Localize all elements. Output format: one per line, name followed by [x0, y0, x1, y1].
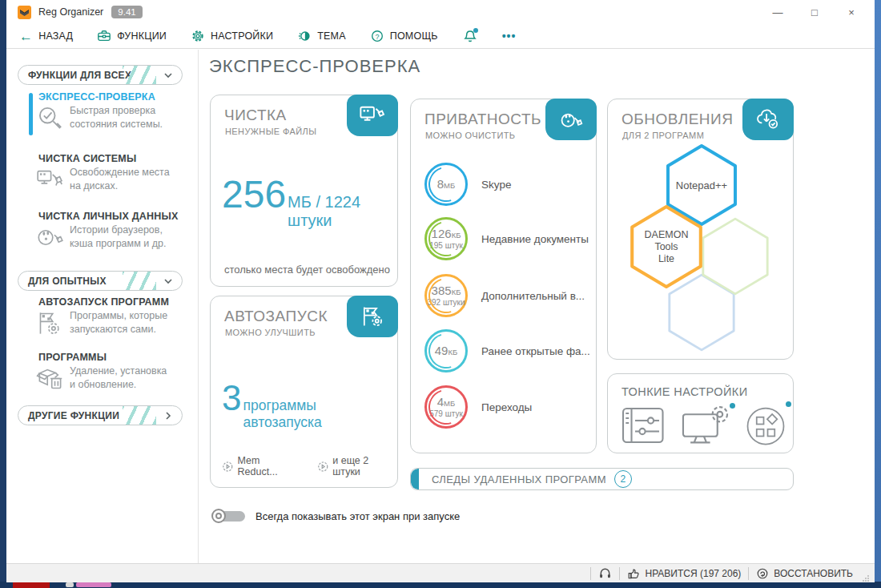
traces-label: СЛЕДЫ УДАЛЕННЫХ ПРОГРАММ	[432, 473, 606, 485]
card-title: ЧИСТКА	[224, 107, 287, 124]
desktop-bottom-edge	[0, 582, 881, 588]
body: ФУНКЦИИ ДЛЯ ВСЕХ ЭКСПРЕСС-ПРОВЕРКА Быстр…	[6, 50, 875, 563]
tweaks-apps-icon[interactable]	[746, 406, 786, 446]
settings-button[interactable]: НАСТРОЙКИ	[191, 29, 273, 43]
tweaks-panel-icon[interactable]	[622, 406, 668, 445]
card-subtitle: МОЖНО ОЧИСТИТЬ	[425, 131, 516, 140]
card-subtitle: ДЛЯ 2 ПРОГРАММ	[622, 131, 704, 140]
sound-button[interactable]	[598, 566, 612, 580]
magnifier-check-icon	[36, 104, 64, 132]
startup-toggle-label: Всегда показывать этот экран при запуске	[255, 510, 460, 522]
thumbs-up-icon	[627, 567, 640, 580]
card-title: ПРИВАТНОСТЬ	[424, 111, 541, 128]
gear-icon	[191, 29, 205, 43]
headphones-icon	[598, 566, 612, 580]
sidebar-group-other-functions[interactable]: ДРУГИЕ ФУНКЦИИ	[18, 405, 183, 425]
autorun-footer: Mem Reduct... и еще 2 штуки	[222, 455, 397, 477]
sidebar-item-subtitle: Освобождение места на дисках.	[70, 166, 170, 193]
window-controls: — □ ×	[759, 0, 870, 24]
statusbar-divider	[748, 567, 749, 580]
statusbar-divider	[590, 567, 591, 580]
tweaks-card[interactable]: ТОНКИЕ НАСТРОЙКИ	[607, 373, 794, 453]
title-bar: Reg Organizer 9.41 — □ ×	[6, 0, 875, 24]
autorun-app-icon	[222, 461, 234, 473]
sidebar: ФУНКЦИИ ДЛЯ ВСЕХ ЭКСПРЕСС-ПРОВЕРКА Быстр…	[6, 50, 198, 563]
toolbar: ← НАЗАД ФУНКЦИИ НАСТРОЙКИ	[6, 24, 875, 49]
functions-button[interactable]: ФУНКЦИИ	[97, 29, 167, 43]
tweaks-dot	[786, 401, 791, 407]
tweaks-dot	[730, 403, 735, 409]
autorun-more[interactable]: и еще 2 штуки	[317, 455, 397, 477]
cleaning-card[interactable]: ЧИСТКА НЕНУЖНЫЕ ФАЙЛЫ 256	[210, 95, 398, 287]
minimize-button[interactable]: —	[759, 0, 796, 24]
back-arrow-icon: ←	[19, 30, 33, 43]
restore-button[interactable]: ВОССТАНОВИТЬ	[756, 567, 853, 580]
like-button[interactable]: НРАВИТСЯ (197 206)	[627, 567, 741, 580]
cleaning-value: 256 МБ / 1224 штуки	[222, 175, 397, 230]
notifications-button[interactable]	[462, 28, 478, 44]
autorun-corner-tab	[347, 296, 398, 337]
window-title: Reg Organizer	[38, 6, 103, 18]
autorun-card[interactable]: АВТОЗАПУСК МОЖНО УЛУЧШИТЬ 3	[210, 296, 398, 488]
flag-gear-icon	[359, 305, 386, 328]
card-subtitle: МОЖНО УЛУЧШИТЬ	[225, 328, 316, 337]
theme-bulb-icon	[297, 29, 312, 43]
sidebar-item-subtitle: Программы, которые запускаются сами.	[70, 309, 167, 336]
app-window: Reg Organizer 9.41 — □ × ← НАЗАД	[6, 0, 875, 582]
privacy-row-skype[interactable]: 8МБ Skype	[424, 163, 512, 206]
sidebar-item-subtitle: Удаление, установка и обновление.	[70, 364, 167, 392]
privacy-row-opened-files[interactable]: 49КБ Ранее открытые фа...	[424, 329, 590, 373]
sidebar-group-functions-for-all[interactable]: ФУНКЦИИ ДЛЯ ВСЕХ	[18, 65, 183, 85]
card-title: ОБНОВЛЕНИЯ	[622, 111, 733, 128]
cleaning-corner-tab	[347, 95, 398, 136]
close-button[interactable]: ×	[833, 0, 870, 24]
desktop-item	[66, 582, 74, 587]
updates-corner-tab	[742, 99, 794, 140]
update-app-name: DAEMON Tools Lite	[629, 204, 704, 289]
privacy-circle: 8МБ	[424, 163, 468, 206]
tweaks-system-icon[interactable]	[682, 405, 731, 446]
restore-icon	[756, 567, 769, 580]
back-button[interactable]: ← НАЗАД	[19, 30, 73, 43]
privacy-row-jumplists[interactable]: 4МБ 579 штук Переходы	[424, 385, 532, 429]
monitor-broom-icon	[36, 166, 64, 194]
sidebar-item-subtitle: Истории браузеров, кэша программ и др.	[70, 224, 166, 251]
privacy-circle: 126КБ 195 штук	[424, 217, 468, 260]
traces-bar[interactable]: СЛЕДЫ УДАЛЕННЫХ ПРОГРАММ 2	[410, 468, 794, 490]
version-badge: 9.41	[111, 6, 142, 18]
active-indicator	[29, 93, 33, 135]
theme-button[interactable]: ТЕМА	[297, 29, 346, 43]
flag-gear-icon	[36, 309, 64, 337]
update-hex-daemon[interactable]: DAEMON Tools Lite	[629, 204, 704, 289]
privacy-circle: 4МБ 579 штук	[424, 385, 468, 429]
footprint-broom-icon	[36, 224, 64, 252]
traces-count-badge: 2	[614, 470, 632, 488]
help-button[interactable]: ? ПОМОЩЬ	[370, 29, 438, 43]
privacy-circle: 385КБ 392 штуки	[424, 274, 468, 317]
autorun-app[interactable]: Mem Reduct...	[222, 455, 301, 477]
maximize-button[interactable]: □	[796, 0, 833, 24]
desktop-item	[76, 582, 111, 587]
sidebar-item-title: АВТОЗАПУСК ПРОГРАММ	[38, 296, 169, 308]
startup-toggle-row: Всегда показывать этот экран при запуске	[211, 509, 460, 523]
card-subtitle: НЕНУЖНЫЕ ФАЙЛЫ	[225, 127, 316, 136]
privacy-row-additional[interactable]: 385КБ 392 штуки Дополнительный в...	[424, 274, 585, 317]
startup-toggle[interactable]	[211, 509, 247, 523]
svg-text:?: ?	[375, 33, 379, 41]
chevron-right-icon	[163, 410, 174, 421]
privacy-row-recent-docs[interactable]: 126КБ 195 штук Недавние документы	[424, 217, 589, 260]
privacy-card[interactable]: ПРИВАТНОСТЬ МОЖНО ОЧИСТИТЬ	[410, 99, 597, 453]
status-bar: НРАВИТСЯ (197 206) ВОССТАНОВИТЬ	[6, 563, 875, 582]
resize-grip[interactable]	[861, 574, 870, 582]
sidebar-group-for-experienced[interactable]: ДЛЯ ОПЫТНЫХ	[18, 271, 183, 291]
statusbar-divider	[619, 567, 620, 580]
privacy-broom-icon	[557, 108, 585, 131]
sidebar-item-title: ЧИСТКА СИСТЕМЫ	[38, 153, 136, 164]
more-button[interactable]: •••	[502, 30, 517, 42]
desktop-right-edge	[874, 0, 881, 588]
traces-accent	[411, 469, 419, 489]
autorun-more-icon	[317, 461, 329, 473]
updates-card[interactable]: ОБНОВЛЕНИЯ ДЛЯ 2 ПРОГРАММ	[607, 99, 794, 360]
notification-dot	[473, 28, 478, 33]
briefcase-icon	[97, 29, 111, 43]
